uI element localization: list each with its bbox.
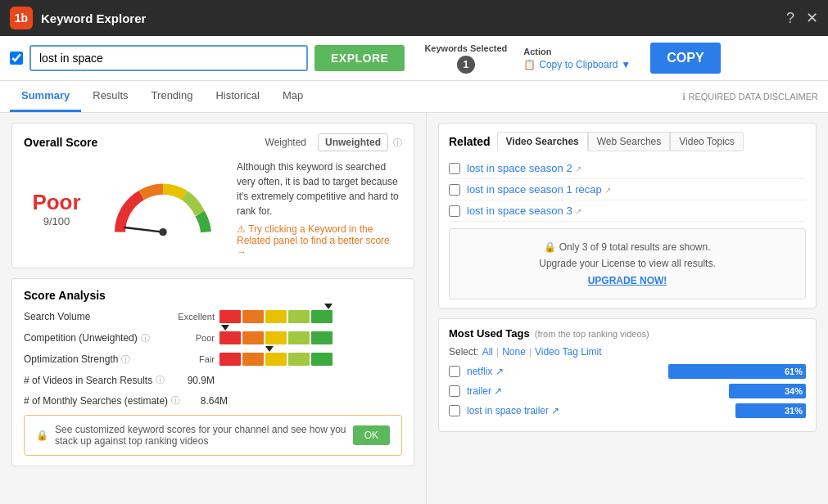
score-number: 9/100 (24, 215, 89, 227)
metric-level-search-volume: Excellent (174, 312, 215, 322)
ext-icon: ↗ (494, 385, 502, 397)
related-item-3: lost in space season 3 ↗ (449, 200, 806, 222)
bar-seg-o5 (311, 353, 333, 366)
weighted-tab[interactable]: Weighted (259, 134, 313, 151)
tags-none-link[interactable]: None (502, 346, 526, 358)
copy-to-clipboard[interactable]: 📋 Copy to Clipboard ▼ (523, 59, 631, 70)
help-icon[interactable]: ? (786, 10, 794, 27)
explore-button[interactable]: EXPLORE (314, 45, 405, 71)
tag-link-lost-trailer[interactable]: lost in space trailer ↗ (467, 405, 573, 416)
keywords-selected: Keywords Selected 1 (424, 43, 507, 74)
indicator-search-volume (324, 304, 333, 309)
score-desc-area: Although this keyword is searched very o… (237, 160, 402, 258)
score-tip: ⚠ Try clicking a Keyword in the Related … (237, 223, 402, 258)
tags-header: Most Used Tags (from the top ranking vid… (449, 327, 806, 340)
related-tab-video-topics[interactable]: Video Topics (670, 132, 744, 151)
bar-seg-5 (311, 310, 333, 323)
tag-row-trailer: trailer ↗ 34% (449, 384, 806, 398)
tab-historical[interactable]: Historical (204, 81, 270, 112)
tab-summary[interactable]: Summary (10, 81, 81, 112)
related-item-1: lost in space season 2 ↗ (449, 158, 806, 179)
unweighted-tab[interactable]: Unweighted (318, 133, 388, 151)
tag-row-lost-trailer: lost in space trailer ↗ 31% (449, 403, 806, 418)
app-logo: 1b (10, 7, 33, 29)
upgrade-ok-button[interactable]: OK (353, 425, 390, 445)
metric-value-monthly: 8.64M (187, 395, 228, 407)
score-header: Overall Score Weighted Unweighted ⓘ (24, 133, 402, 151)
metric-label-videos: # of Videos in Search Results ⓘ (24, 374, 167, 386)
tag-checkbox-lost-trailer[interactable] (449, 405, 460, 416)
related-tab-web-searches[interactable]: Web Searches (588, 132, 671, 151)
upgrade-now-link[interactable]: UPGRADE NOW! (588, 275, 667, 286)
related-link-1[interactable]: lost in space season 2 ↗ (467, 162, 581, 174)
bar-seg-c5 (311, 331, 333, 344)
search-input[interactable] (29, 45, 308, 71)
search-checkbox[interactable] (10, 52, 23, 65)
score-description: Although this keyword is searched very o… (237, 160, 402, 218)
left-panel: Overall Score Weighted Unweighted ⓘ Poor… (0, 113, 426, 504)
bar-seg-3 (265, 310, 287, 323)
title-bar: 1b Keyword Explorer ? ✕ (0, 0, 828, 36)
bar-seg-c4 (288, 331, 310, 344)
related-tab-video-searches[interactable]: Video Searches (497, 132, 588, 151)
upgrade-overlay-text: See customized keyword scores for your c… (55, 424, 346, 447)
tags-select-label: Select: (449, 346, 479, 358)
optimization-info-icon[interactable]: ⓘ (121, 353, 130, 366)
gauge (106, 178, 220, 240)
close-icon[interactable]: ✕ (806, 9, 818, 27)
bar-track-optimization (219, 353, 333, 366)
related-checkbox-3[interactable] (449, 205, 460, 217)
metric-level-competition: Poor (174, 333, 215, 343)
copy-button[interactable]: COPY (650, 43, 720, 74)
upgrade-box-lock: 🔒 Only 3 of 9 total results are shown. (544, 241, 710, 253)
bar-seg-o1 (219, 353, 241, 366)
tags-all-link[interactable]: All (482, 346, 493, 358)
video-tag-limit-link[interactable]: Video Tag Limit (535, 346, 602, 358)
metric-row-videos: # of Videos in Search Results ⓘ 90.9M (24, 374, 402, 386)
required-disclaimer: ℹ REQUIRED DATA DISCLAIMER (682, 92, 818, 102)
indicator-competition (221, 325, 229, 331)
score-analysis-section: Score Analysis Search Volume Excellent (11, 278, 414, 466)
info-icon: ℹ (682, 92, 685, 101)
indicator-optimization (265, 346, 274, 352)
related-checkbox-1[interactable] (449, 163, 460, 174)
score-info-icon[interactable]: ⓘ (393, 137, 402, 149)
tab-map[interactable]: Map (271, 81, 314, 112)
related-link-3[interactable]: lost in space season 3 ↗ (467, 205, 581, 217)
title-bar-right: ? ✕ (786, 9, 818, 27)
metric-label-competition: Competition (Unweighted) ⓘ (24, 332, 167, 344)
tag-link-netflix[interactable]: netflix ↗ (467, 366, 573, 377)
tag-checkbox-netflix[interactable] (449, 366, 460, 377)
score-rating: Poor (24, 190, 89, 215)
most-used-tags-section: Most Used Tags (from the top ranking vid… (438, 318, 817, 432)
upgrade-overlay: 🔒 See customized keyword scores for your… (24, 415, 402, 456)
monthly-info-icon[interactable]: ⓘ (171, 394, 180, 407)
search-area: EXPLORE Keywords Selected 1 Action 📋 Cop… (0, 36, 828, 81)
metric-row-monthly: # of Monthly Searches (estimate) ⓘ 8.64M (24, 394, 402, 407)
bar-track-competition (219, 331, 333, 344)
svg-line-0 (124, 227, 163, 232)
upgrade-box: 🔒 Only 3 of 9 total results are shown. U… (449, 228, 806, 299)
tag-link-trailer[interactable]: trailer ↗ (467, 385, 573, 397)
tags-subtitle: (from the top ranking videos) (535, 329, 649, 339)
copy-to-clipboard-label[interactable]: Copy to Clipboard (539, 59, 618, 70)
dropdown-icon[interactable]: ▼ (621, 59, 631, 70)
videos-info-icon[interactable]: ⓘ (156, 374, 165, 386)
score-analysis-title: Score Analysis (24, 289, 402, 302)
tab-trending[interactable]: Trending (140, 81, 205, 112)
metric-row-competition: Competition (Unweighted) ⓘ Poor (24, 331, 402, 344)
metric-row-search-volume: Search Volume Excellent (24, 310, 402, 323)
tab-results[interactable]: Results (81, 81, 139, 112)
tag-row-netflix: netflix ↗ 61% (449, 364, 806, 379)
related-link-2[interactable]: lost in space season 1 recap ↗ (467, 183, 611, 196)
score-tip-text[interactable]: Try clicking a Keyword in the Related pa… (237, 223, 390, 258)
bar-seg-1 (219, 310, 241, 323)
related-checkbox-2[interactable] (449, 184, 460, 196)
bar-seg-o3 (265, 353, 287, 366)
bar-seg-4 (288, 310, 310, 323)
app-title: Keyword Explorer (41, 11, 146, 25)
competition-info-icon[interactable]: ⓘ (141, 332, 150, 344)
tabs-bar: Summary Results Trending Historical Map … (0, 81, 828, 113)
tag-checkbox-trailer[interactable] (449, 385, 460, 397)
sep-2: | (529, 346, 532, 358)
